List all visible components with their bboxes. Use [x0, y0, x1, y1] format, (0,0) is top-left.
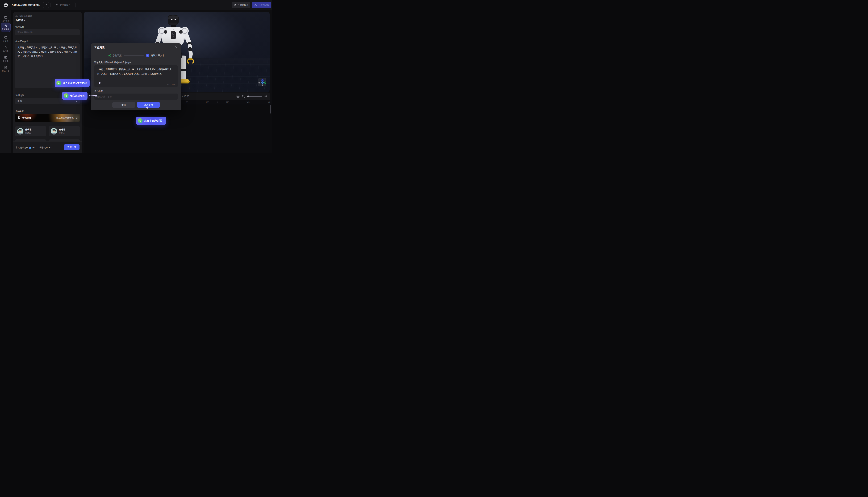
step-connector [124, 55, 143, 56]
ruler-label: 12S [226, 101, 229, 103]
gem-icon [29, 146, 31, 149]
voice-name: 稚晖君 [59, 128, 66, 131]
transcript-text: 大家好，我是灵犀X2，很高兴认识大家，大家好，我是灵犀X2，很高兴认识大家，大家… [97, 67, 175, 76]
ruler-label: 10S [206, 101, 209, 103]
tooltip6-connector-dot [146, 106, 148, 109]
tooltip-step-number: 6 [138, 118, 142, 123]
audio-file-icon [17, 116, 20, 119]
sidebar-item-audio-library[interactable]: 音频库 [1, 55, 11, 64]
chevron-down-icon [75, 100, 78, 102]
zoom-in-icon[interactable] [264, 95, 267, 98]
robot-download-icon [254, 4, 257, 6]
sidebar-item-expression-library[interactable]: 表情库 [1, 34, 11, 44]
app-logo-icon [4, 3, 8, 7]
ruler-label: 16S [267, 101, 270, 103]
step2-label: 确认对应文本 [151, 54, 165, 57]
zoom-out-icon[interactable] [242, 95, 245, 98]
file-unsaved-button[interactable]: 文件未保存 [51, 2, 76, 8]
text-caret [45, 55, 45, 57]
voice-card[interactable]: 稚晖君 普通话 [49, 126, 80, 137]
modal-close-button[interactable] [175, 46, 178, 49]
deploy-to-device-button[interactable]: 下发到设备 [252, 2, 271, 8]
gizmo-z-axis: Z [262, 80, 263, 81]
voice-card[interactable]: 稚晖君 普通话 [15, 126, 46, 137]
voice-clone-banner[interactable]: 音色克隆 生成你的专属音色 [15, 114, 80, 122]
sidebar-item-label: 动作库 [3, 50, 9, 53]
close-icon [175, 46, 178, 48]
timeline-tracks-area[interactable] [84, 104, 272, 153]
emotion-label: 选择情绪 [15, 94, 24, 97]
sidebar-item-my-tasks[interactable]: 我的任务 [1, 65, 11, 74]
banner-title: 音色克隆 [22, 116, 31, 119]
tooltip4-connector-line [92, 83, 99, 83]
file-unsaved-label: 文件未保存 [60, 4, 71, 6]
transcript-char-counter: 52 / 1,000 [167, 84, 175, 86]
tooltip-text: 输入录音对应文字内容 [63, 82, 87, 85]
generate-now-button[interactable]: 立即生成 [64, 144, 80, 150]
music-library-icon [4, 56, 8, 59]
voice-name-input[interactable] [94, 94, 178, 100]
clapperboard-icon [4, 15, 8, 19]
transcript-prompt-label: 请输入刚才录制的音频对应的文字内容 [94, 61, 131, 64]
arrow-right-icon [75, 117, 78, 119]
save-button-label: 合成并保存 [237, 4, 249, 6]
step1-check-icon [108, 54, 111, 57]
step1-label: 录制音频 [113, 54, 122, 57]
ruler-label: 14S [246, 101, 250, 103]
rerecord-button[interactable]: 重录 [112, 102, 135, 108]
sparkles-icon [4, 24, 8, 27]
cost-value: 10 [32, 146, 34, 149]
transcript-textarea[interactable]: 大家好，我是灵犀X2，很高兴认识大家，大家好，我是灵犀X2，很高兴认识大家，大家… [94, 65, 178, 87]
guide-tooltip-6: 6 点击【确认使用】 [136, 117, 166, 125]
panel-footer: 本次消耗灵石 10 | 剩余灵石 300 立即生成 [13, 141, 82, 153]
cloud-icon [56, 4, 58, 6]
save-button[interactable]: 合成并保存 [232, 2, 250, 8]
ruler-label: 8S [186, 101, 188, 103]
tooltip6-connector-line [147, 109, 148, 117]
sidebar-item-label: 音频库 [3, 60, 9, 62]
top-bar: A1机器人动作-我的项目1 文件未保存 合成并保存 [0, 0, 272, 10]
slider-knob[interactable] [247, 96, 249, 97]
person-icon [4, 46, 8, 49]
task-list-icon [4, 66, 8, 69]
deploy-button-label: 下发到设备 [258, 4, 269, 6]
fit-timeline-icon[interactable] [236, 95, 240, 98]
edit-title-button[interactable] [43, 2, 49, 8]
sidebar-item-audio-arrange[interactable]: 音频编排 [1, 23, 11, 32]
guide-tooltip-5: 5 输入素材名称 [62, 91, 87, 100]
tooltip5-connector-dot [95, 95, 97, 97]
back-to-audio-arrange[interactable]: 返回音频编排 [15, 15, 32, 18]
banner-cta-label: 生成你的专属音色 [56, 116, 74, 119]
material-name-input[interactable] [15, 29, 80, 35]
voice-name: 稚晖君 [25, 128, 32, 131]
orientation-gizmo[interactable]: Z Y X [258, 78, 266, 86]
guide-tooltip-4: 4 输入录音对应文字内容 [55, 79, 89, 87]
playhead-time: / 00:30 [182, 95, 189, 98]
slider-track [247, 96, 262, 97]
tooltip4-connector-dot [99, 82, 100, 84]
footer-divider: | [37, 146, 37, 149]
pencil-icon [45, 4, 47, 6]
dub-content-text: 大家好，我是灵犀X2，很高兴认识大家，大家好，我是灵犀X2，很高兴认识大家，大家… [17, 46, 77, 58]
sidebar-item-motion-mimic[interactable]: 动作模仿 [1, 14, 11, 24]
voice-avatar [17, 128, 24, 134]
confirm-use-button[interactable]: 确认使用 [137, 102, 160, 108]
tooltip5-connector-line [89, 95, 96, 96]
step2-number: 2 [146, 54, 149, 57]
emotion-value: 自然 [17, 100, 75, 103]
cost-label: 本次消耗灵石 [15, 146, 28, 149]
back-label: 返回音频编排 [19, 15, 32, 18]
gizmo-y-axis: Y [262, 82, 263, 84]
robot-face-icon [4, 36, 8, 39]
arrow-left-icon [15, 15, 18, 17]
ruler-tick [218, 101, 218, 103]
timeline-zoom-slider[interactable] [247, 95, 262, 98]
voice-clone-modal: 音色克隆 录制音频 2 确认对应文本 请输入刚才录制的音频对应的文字内容 大家好… [91, 43, 181, 110]
sidebar-item-label: 表情库 [3, 40, 9, 42]
tooltip-text: 输入素材名称 [70, 94, 85, 97]
project-title: A1机器人动作-我的项目1 [12, 3, 40, 6]
timeline-vertical-scrollbar[interactable] [270, 105, 271, 113]
sidebar-item-motion-library[interactable]: 动作库 [1, 44, 11, 54]
step-indicator: 录制音频 2 确认对应文本 [91, 54, 181, 57]
sidebar-nav: 动作模仿 音频编排 表情库 动作库 [0, 10, 11, 153]
